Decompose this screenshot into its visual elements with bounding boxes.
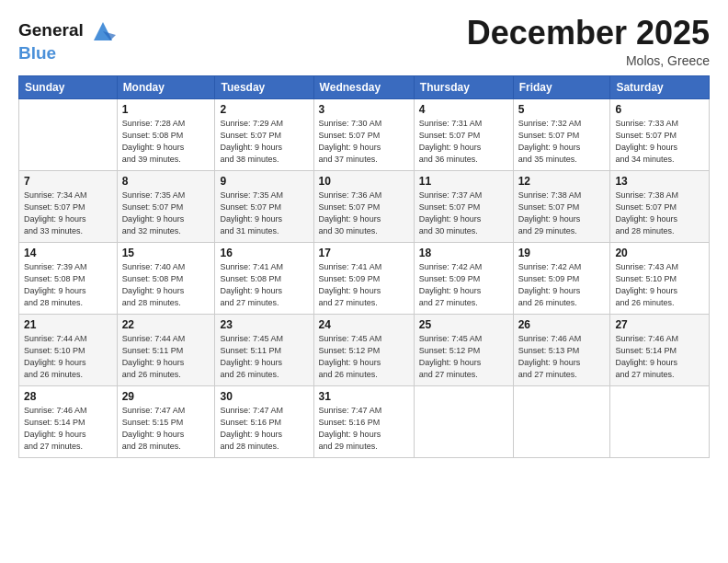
- day-info: Sunrise: 7:44 AM Sunset: 5:10 PM Dayligh…: [24, 333, 112, 381]
- calendar-cell: 12Sunrise: 7:38 AM Sunset: 5:07 PM Dayli…: [513, 170, 610, 242]
- day-info: Sunrise: 7:44 AM Sunset: 5:11 PM Dayligh…: [122, 333, 210, 381]
- calendar-cell: 8Sunrise: 7:35 AM Sunset: 5:07 PM Daylig…: [117, 170, 215, 242]
- calendar-cell: 18Sunrise: 7:42 AM Sunset: 5:09 PM Dayli…: [414, 242, 513, 314]
- day-info: Sunrise: 7:32 AM Sunset: 5:07 PM Dayligh…: [518, 118, 606, 166]
- day-info: Sunrise: 7:38 AM Sunset: 5:07 PM Dayligh…: [518, 190, 606, 237]
- week-row-3: 14Sunrise: 7:39 AM Sunset: 5:08 PM Dayli…: [19, 242, 710, 314]
- calendar-cell: 28Sunrise: 7:46 AM Sunset: 5:14 PM Dayli…: [19, 385, 118, 457]
- day-number: 25: [419, 318, 508, 331]
- day-number: 31: [319, 390, 409, 403]
- calendar: SundayMondayTuesdayWednesdayThursdayFrid…: [18, 75, 710, 458]
- day-info: Sunrise: 7:42 AM Sunset: 5:09 PM Dayligh…: [419, 261, 508, 309]
- day-number: 10: [319, 175, 409, 188]
- day-info: Sunrise: 7:41 AM Sunset: 5:08 PM Dayligh…: [220, 261, 308, 309]
- day-info: Sunrise: 7:37 AM Sunset: 5:07 PM Dayligh…: [419, 190, 508, 237]
- day-info: Sunrise: 7:47 AM Sunset: 5:16 PM Dayligh…: [220, 405, 308, 453]
- calendar-cell: 26Sunrise: 7:46 AM Sunset: 5:13 PM Dayli…: [513, 314, 610, 385]
- weekday-header-friday: Friday: [513, 75, 610, 98]
- calendar-cell: 9Sunrise: 7:35 AM Sunset: 5:07 PM Daylig…: [215, 170, 313, 242]
- calendar-cell: 10Sunrise: 7:36 AM Sunset: 5:07 PM Dayli…: [313, 170, 414, 242]
- day-number: 4: [419, 103, 508, 116]
- day-number: 19: [518, 247, 606, 259]
- calendar-cell: 25Sunrise: 7:45 AM Sunset: 5:12 PM Dayli…: [414, 314, 513, 385]
- logo-blue: Blue: [18, 44, 116, 63]
- week-row-2: 7Sunrise: 7:34 AM Sunset: 5:07 PM Daylig…: [19, 170, 710, 242]
- weekday-header-tuesday: Tuesday: [215, 75, 313, 98]
- calendar-cell: 27Sunrise: 7:46 AM Sunset: 5:14 PM Dayli…: [610, 314, 710, 385]
- logo-icon: [90, 18, 116, 44]
- day-number: 30: [220, 390, 308, 403]
- day-info: Sunrise: 7:46 AM Sunset: 5:14 PM Dayligh…: [24, 405, 112, 453]
- day-info: Sunrise: 7:45 AM Sunset: 5:11 PM Dayligh…: [220, 333, 308, 381]
- day-info: Sunrise: 7:46 AM Sunset: 5:13 PM Dayligh…: [518, 333, 606, 381]
- logo-text: General: [18, 18, 116, 44]
- day-number: 8: [122, 175, 210, 188]
- day-info: Sunrise: 7:36 AM Sunset: 5:07 PM Dayligh…: [319, 190, 409, 237]
- day-info: Sunrise: 7:45 AM Sunset: 5:12 PM Dayligh…: [419, 333, 508, 381]
- weekday-header-wednesday: Wednesday: [313, 75, 414, 98]
- day-info: Sunrise: 7:39 AM Sunset: 5:08 PM Dayligh…: [24, 261, 112, 309]
- calendar-cell: 6Sunrise: 7:33 AM Sunset: 5:07 PM Daylig…: [610, 98, 710, 170]
- calendar-cell: 20Sunrise: 7:43 AM Sunset: 5:10 PM Dayli…: [610, 242, 710, 314]
- day-number: 24: [319, 318, 409, 331]
- day-info: Sunrise: 7:47 AM Sunset: 5:16 PM Dayligh…: [319, 405, 409, 453]
- location: Molos, Greece: [467, 53, 710, 68]
- calendar-cell: 24Sunrise: 7:45 AM Sunset: 5:12 PM Dayli…: [313, 314, 414, 385]
- weekday-header-saturday: Saturday: [610, 75, 710, 98]
- day-number: 27: [615, 318, 704, 331]
- calendar-cell: 22Sunrise: 7:44 AM Sunset: 5:11 PM Dayli…: [117, 314, 215, 385]
- logo: General Blue: [18, 18, 116, 63]
- calendar-cell: 1Sunrise: 7:28 AM Sunset: 5:08 PM Daylig…: [117, 98, 215, 170]
- calendar-cell: [610, 385, 710, 457]
- calendar-cell: 14Sunrise: 7:39 AM Sunset: 5:08 PM Dayli…: [19, 242, 118, 314]
- calendar-cell: 4Sunrise: 7:31 AM Sunset: 5:07 PM Daylig…: [414, 98, 513, 170]
- day-info: Sunrise: 7:47 AM Sunset: 5:15 PM Dayligh…: [122, 405, 210, 453]
- day-number: 12: [518, 175, 606, 188]
- calendar-cell: 16Sunrise: 7:41 AM Sunset: 5:08 PM Dayli…: [215, 242, 313, 314]
- calendar-cell: 21Sunrise: 7:44 AM Sunset: 5:10 PM Dayli…: [19, 314, 118, 385]
- day-number: 18: [419, 247, 508, 259]
- calendar-cell: 31Sunrise: 7:47 AM Sunset: 5:16 PM Dayli…: [313, 385, 414, 457]
- day-number: 26: [518, 318, 606, 331]
- page: General Blue December 2025 Molos, Greece…: [0, 0, 728, 563]
- day-number: 22: [122, 318, 210, 331]
- day-number: 1: [122, 103, 210, 116]
- day-number: 9: [220, 175, 308, 188]
- day-info: Sunrise: 7:35 AM Sunset: 5:07 PM Dayligh…: [220, 190, 308, 237]
- day-number: 20: [615, 247, 704, 259]
- day-info: Sunrise: 7:38 AM Sunset: 5:07 PM Dayligh…: [615, 190, 704, 237]
- calendar-cell: 5Sunrise: 7:32 AM Sunset: 5:07 PM Daylig…: [513, 98, 610, 170]
- day-info: Sunrise: 7:33 AM Sunset: 5:07 PM Dayligh…: [615, 118, 704, 166]
- day-number: 28: [24, 390, 112, 403]
- weekday-header-thursday: Thursday: [414, 75, 513, 98]
- calendar-cell: [414, 385, 513, 457]
- day-info: Sunrise: 7:41 AM Sunset: 5:09 PM Dayligh…: [319, 261, 409, 309]
- day-number: 3: [319, 103, 409, 116]
- header: General Blue December 2025 Molos, Greece: [18, 15, 710, 68]
- day-number: 2: [220, 103, 308, 116]
- day-number: 7: [24, 175, 112, 188]
- day-number: 14: [24, 247, 112, 259]
- day-info: Sunrise: 7:29 AM Sunset: 5:07 PM Dayligh…: [220, 118, 308, 166]
- calendar-cell: 29Sunrise: 7:47 AM Sunset: 5:15 PM Dayli…: [117, 385, 215, 457]
- day-number: 11: [419, 175, 508, 188]
- day-info: Sunrise: 7:31 AM Sunset: 5:07 PM Dayligh…: [419, 118, 508, 166]
- calendar-cell: 2Sunrise: 7:29 AM Sunset: 5:07 PM Daylig…: [215, 98, 313, 170]
- day-info: Sunrise: 7:46 AM Sunset: 5:14 PM Dayligh…: [615, 333, 704, 381]
- calendar-cell: 17Sunrise: 7:41 AM Sunset: 5:09 PM Dayli…: [313, 242, 414, 314]
- calendar-cell: [19, 98, 118, 170]
- day-number: 29: [122, 390, 210, 403]
- day-info: Sunrise: 7:30 AM Sunset: 5:07 PM Dayligh…: [319, 118, 409, 166]
- day-info: Sunrise: 7:43 AM Sunset: 5:10 PM Dayligh…: [615, 261, 704, 309]
- day-number: 23: [220, 318, 308, 331]
- day-number: 15: [122, 247, 210, 259]
- calendar-cell: 30Sunrise: 7:47 AM Sunset: 5:16 PM Dayli…: [215, 385, 313, 457]
- day-info: Sunrise: 7:28 AM Sunset: 5:08 PM Dayligh…: [122, 118, 210, 166]
- calendar-cell: 13Sunrise: 7:38 AM Sunset: 5:07 PM Dayli…: [610, 170, 710, 242]
- calendar-header-row: SundayMondayTuesdayWednesdayThursdayFrid…: [19, 75, 710, 98]
- day-info: Sunrise: 7:45 AM Sunset: 5:12 PM Dayligh…: [319, 333, 409, 381]
- day-number: 6: [615, 103, 704, 116]
- week-row-1: 1Sunrise: 7:28 AM Sunset: 5:08 PM Daylig…: [19, 98, 710, 170]
- title-block: December 2025 Molos, Greece: [467, 15, 710, 68]
- month-title: December 2025: [467, 15, 710, 52]
